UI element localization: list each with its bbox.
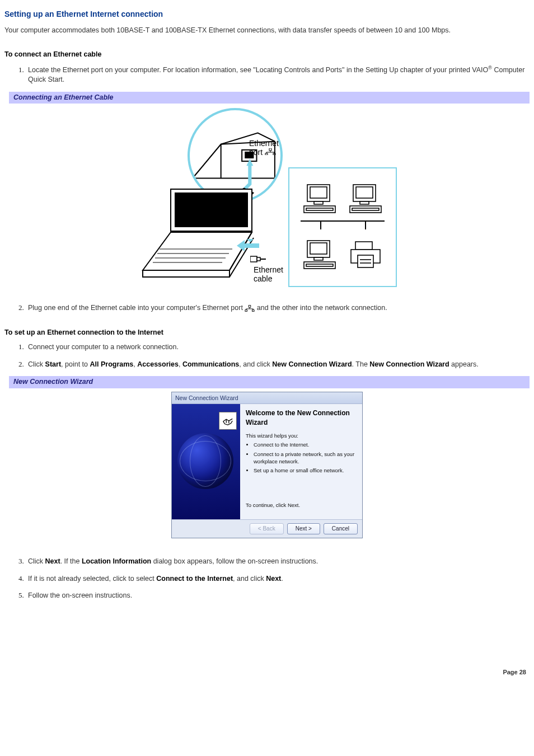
bold-location-information: Location Information bbox=[82, 557, 151, 565]
t: appears. bbox=[449, 360, 479, 368]
wizard-bullet: Set up a home or small office network. bbox=[254, 467, 357, 474]
svg-rect-31 bbox=[360, 201, 369, 204]
bold-all-programs: All Programs bbox=[90, 360, 133, 368]
subsection-a-heading: To connect an Ethernet cable bbox=[4, 50, 530, 60]
svg-rect-33 bbox=[352, 208, 379, 210]
svg-rect-35 bbox=[310, 243, 327, 254]
wizard-bullet: Connect to a private network, such as yo… bbox=[254, 450, 357, 466]
printer-icon bbox=[348, 238, 383, 272]
wizard-continue-text: To continue, click Next. bbox=[246, 501, 300, 509]
svg-marker-11 bbox=[175, 193, 247, 227]
desktop-pc-icon bbox=[302, 238, 338, 272]
section-b-step-4: If it is not already selected, click to … bbox=[26, 574, 530, 584]
ethernet-port-icon bbox=[245, 304, 255, 312]
wizard-bullet: Connect to the Internet. bbox=[254, 441, 357, 448]
bold-connect-internet: Connect to the Internet bbox=[156, 575, 233, 583]
t: . The bbox=[352, 360, 370, 368]
ethernet-port-label: Ethernet port bbox=[249, 139, 283, 157]
section-b-steps: Connect your computer to a network conne… bbox=[4, 342, 530, 369]
section-a-steps-cont: Plug one end of the Ethernet cable into … bbox=[4, 303, 530, 313]
wizard-dialog: New Connection Wizard Welcome to the New… bbox=[171, 392, 363, 539]
wizard-sidebar bbox=[172, 404, 240, 519]
t: dialog box appears, follow the on-screen… bbox=[151, 557, 318, 565]
svg-rect-50 bbox=[252, 310, 255, 312]
svg-rect-30 bbox=[356, 187, 373, 198]
ethernet-port-icon bbox=[265, 149, 276, 157]
network-diagram-panel bbox=[288, 167, 397, 287]
bold-ncw-2: New Connection Wizard bbox=[369, 360, 449, 368]
section-b-step-2: Click Start, point to All Programs, Acce… bbox=[26, 359, 530, 370]
ethernet-diagram: Ethernet port bbox=[4, 106, 530, 293]
section-b-step-1: Connect your computer to a network conne… bbox=[26, 342, 530, 353]
step-text: Plug one end of the Ethernet cable into … bbox=[28, 304, 245, 312]
svg-rect-21 bbox=[250, 256, 257, 262]
svg-rect-36 bbox=[314, 257, 323, 260]
intro-paragraph: Your computer accommodates both 10BASE-T… bbox=[4, 26, 530, 36]
bold-communications: Communications bbox=[182, 360, 239, 368]
wizard-bullets: Connect to the Internet. Connect to a pr… bbox=[246, 441, 357, 474]
page-title: Setting up an Ethernet Internet connecti… bbox=[4, 9, 530, 20]
section-b-steps-cont: Click Next. If the Location Information … bbox=[4, 556, 530, 601]
wizard-helps-text: This wizard helps you: bbox=[246, 432, 357, 439]
svg-rect-49 bbox=[245, 310, 247, 312]
t: , point to bbox=[61, 360, 90, 368]
wizard-next-button[interactable]: Next > bbox=[287, 523, 320, 534]
svg-rect-25 bbox=[310, 187, 327, 198]
svg-rect-3 bbox=[269, 148, 271, 151]
bold-accessories: Accessories bbox=[137, 360, 179, 368]
svg-rect-39 bbox=[355, 242, 372, 250]
figure-caption-ethernet: Connecting an Ethernet Cable bbox=[4, 92, 530, 104]
t: . bbox=[281, 575, 283, 583]
wizard-back-button[interactable]: < Back bbox=[250, 523, 284, 534]
desktop-pc-icon bbox=[348, 182, 383, 216]
wizard-window-title: New Connection Wizard bbox=[172, 392, 362, 405]
t: , bbox=[179, 360, 182, 368]
subsection-b-heading: To set up an Ethernet connection to the … bbox=[4, 328, 530, 338]
bold-start: Start bbox=[45, 360, 61, 368]
insert-arrow-icon bbox=[237, 239, 265, 252]
svg-rect-26 bbox=[314, 201, 323, 204]
svg-rect-28 bbox=[306, 208, 333, 210]
bold-next: Next bbox=[45, 557, 60, 565]
svg-rect-41 bbox=[358, 255, 373, 267]
t: Click bbox=[28, 360, 45, 368]
bold-next: Next bbox=[266, 575, 281, 583]
network-bus-line bbox=[301, 220, 385, 234]
bold-new-connection-wizard: New Connection Wizard bbox=[272, 360, 352, 368]
wizard-screenshot-figure: New Connection Wizard Welcome to the New… bbox=[4, 391, 530, 547]
section-a-steps: Locate the Ethernet port on your compute… bbox=[4, 64, 530, 85]
wizard-button-row: < Back Next > Cancel bbox=[172, 519, 362, 538]
figure-caption-wizard: New Connection Wizard bbox=[4, 376, 530, 388]
svg-marker-13 bbox=[143, 270, 229, 277]
page-number: Page 28 bbox=[4, 668, 530, 677]
wizard-cancel-button[interactable]: Cancel bbox=[324, 523, 358, 534]
globe-icon bbox=[177, 433, 233, 489]
section-b-step-5: Follow the on-screen instructions. bbox=[26, 590, 530, 601]
ethernet-cable-label: Ethernetcable bbox=[254, 266, 283, 283]
t: Click bbox=[28, 557, 45, 565]
section-a-step-1: Locate the Ethernet port on your compute… bbox=[26, 64, 530, 85]
handshake-icon bbox=[219, 412, 237, 430]
wizard-heading: Welcome to the New Connection Wizard bbox=[246, 408, 357, 428]
step-text: Locate the Ethernet port on your compute… bbox=[28, 66, 488, 74]
t: . If the bbox=[60, 557, 82, 565]
registered-mark: ® bbox=[488, 65, 492, 71]
t: , and click bbox=[239, 360, 272, 368]
wizard-content: Welcome to the New Connection Wizard Thi… bbox=[240, 404, 362, 519]
t: , and click bbox=[233, 575, 266, 583]
svg-marker-12 bbox=[143, 232, 252, 270]
svg-rect-44 bbox=[249, 306, 251, 308]
desktop-pc-icon bbox=[302, 182, 338, 216]
section-a-step-2: Plug one end of the Ethernet cable into … bbox=[26, 303, 530, 313]
t: If it is not already selected, click to … bbox=[28, 575, 156, 583]
svg-rect-38 bbox=[306, 264, 333, 266]
svg-marker-20 bbox=[237, 240, 259, 251]
section-b-step-3: Click Next. If the Location Information … bbox=[26, 556, 530, 567]
svg-rect-9 bbox=[273, 153, 275, 155]
step-text-tail: and the other into the network connectio… bbox=[257, 304, 387, 312]
svg-rect-22 bbox=[257, 257, 260, 261]
svg-rect-8 bbox=[265, 153, 268, 155]
